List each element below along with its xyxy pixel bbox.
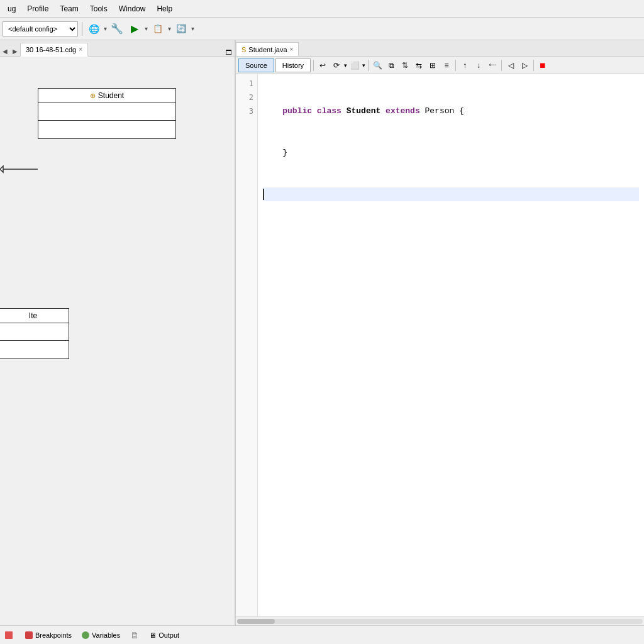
variables-label: Variables [92,631,120,639]
left-tab-bar: ◀ ▶ 30 16-48-51.cdg × 🗖 [0,40,235,57]
right-panel: S Student.java × Source History ↩ ⟳ ▾ ⬜ … [236,40,644,625]
status-variables[interactable]: Variables [82,631,120,639]
editor-sep-5 [533,60,534,71]
code-line-2: } [263,146,639,160]
main-toolbar: <default config> 🌐 ▾ 🔧 ▶ ▾ 📋 ▾ 🔄 ▾ [0,18,644,40]
line-number-2: 2 [236,91,253,104]
editor-sep-4 [501,60,502,71]
other-class-box[interactable]: Ite [0,308,69,359]
main-area: ◀ ▶ 30 16-48-51.cdg × 🗖 ⊕ Student [0,40,644,625]
toolbar-separator-1 [82,22,82,36]
line-numbers: 1 2 3 [236,74,258,616]
left-panel: ◀ ▶ 30 16-48-51.cdg × 🗖 ⊕ Student [0,40,236,625]
status-separator: 🗎 [130,630,139,640]
tab-nav-left[interactable]: ◀ [0,46,10,56]
student-class-header: ⊕ Student [38,89,175,103]
run-button[interactable]: ▶ [127,21,142,36]
breakpoints-label: Breakpoints [35,631,72,639]
svg-marker-1 [0,166,3,172]
other-attributes-section [0,323,69,341]
editor-nav-back-btn[interactable]: ◁ [504,59,517,72]
editor-hier-btn[interactable]: ⊞ [426,59,439,72]
editor-search-btn[interactable]: 🔍 [371,59,384,72]
scrollbar-thumb[interactable] [237,619,275,624]
other-class-name: Ite [29,311,37,320]
diagram-tab-label: 30 16-48-51.cdg [26,46,76,53]
output-icon: 🖥 [149,631,156,639]
menu-ug[interactable]: ug [3,3,21,14]
status-item-back[interactable] [5,631,15,639]
line-number-1: 1 [236,77,253,91]
status-breakpoints[interactable]: Breakpoints [25,631,72,639]
student-class-box[interactable]: ⊕ Student [38,88,176,139]
diagram-tab[interactable]: 30 16-48-51.cdg × [20,43,88,57]
toolbar-dot-3: ▾ [191,25,194,32]
menu-profile[interactable]: Profile [22,3,53,14]
menu-help[interactable]: Help [152,3,177,14]
editor-dropdown-1: ▾ [344,62,347,69]
code-line-1: public class Student extends Person { [263,104,639,118]
build-button[interactable]: 🔧 [109,21,125,36]
toolbar-btn-2[interactable]: 🔄 [174,21,189,36]
other-class-header: Ite [0,309,69,323]
editor-stop-btn[interactable]: ⏹ [536,59,549,72]
variables-icon [82,631,89,639]
code-content[interactable]: public class Student extends Person { } [258,74,644,616]
globe-button[interactable]: 🌐 [86,21,101,36]
editor-tab-icon: S [242,46,246,53]
editor-select-btn[interactable]: ⬜ [348,59,361,72]
student-attributes-section [38,103,175,121]
horizontal-scrollbar[interactable] [236,616,644,625]
status-output[interactable]: 🖥 Output [149,631,179,639]
line-number-3: 3 [236,104,253,118]
code-editor-area[interactable]: 1 2 3 public class Student extends Perso… [236,74,644,616]
editor-sep-2 [368,60,369,71]
editor-tab-label: Student.java [248,46,287,53]
toolbar-dot-2: ▾ [168,25,171,32]
back-icon [5,631,13,639]
editor-impl-btn[interactable]: ⇆ [413,59,425,72]
editor-ref-btn[interactable]: ⇅ [399,59,411,72]
scrollbar-track[interactable] [237,619,643,624]
output-label: Output [158,631,179,639]
student-methods-section [38,121,175,138]
menu-tools[interactable]: Tools [85,3,113,14]
code-line-3 [263,187,639,201]
editor-down-btn[interactable]: ↓ [472,59,485,72]
editor-tab-student[interactable]: S Student.java × [236,42,299,56]
editor-dropdown-2: ▾ [362,62,365,69]
editor-undo-btn[interactable]: ⟳ [330,59,343,72]
menu-window[interactable]: Window [114,3,151,14]
editor-nav-fwd-btn[interactable]: ▷ [518,59,531,72]
editor-outline-btn[interactable]: ≡ [440,59,453,72]
source-tab-button[interactable]: Source [238,58,274,72]
toolbar-btn-1[interactable]: 📋 [150,21,165,36]
student-class-name: Student [98,91,124,100]
menu-team[interactable]: Team [55,3,83,14]
editor-last-edit-btn[interactable]: ↩ [316,59,329,72]
status-bar: Breakpoints Variables 🗎 🖥 Output [0,625,644,644]
editor-prev-btn[interactable]: ⬸ [486,59,499,72]
editor-up-btn[interactable]: ↑ [458,59,471,72]
diagram-canvas[interactable]: ⊕ Student Ite [0,57,235,625]
editor-sep-1 [313,60,314,71]
class-icon: ⊕ [90,92,96,100]
toolbar-dot: ▾ [104,25,107,32]
editor-copy-btn[interactable]: ⧉ [385,59,397,72]
editor-sep-3 [455,60,456,71]
editor-tab-bar: S Student.java × [236,40,644,57]
history-tab-button[interactable]: History [275,58,311,72]
run-dropdown: ▾ [145,25,148,32]
config-select[interactable]: <default config> [3,21,78,36]
panel-restore-btn[interactable]: 🗖 [226,49,232,56]
diagram-tab-close[interactable]: × [79,47,82,53]
tab-nav-right[interactable]: ▶ [10,46,20,56]
editor-tab-close[interactable]: × [290,47,294,53]
menubar: ug Profile Team Tools Window Help [0,0,644,18]
other-methods-section [0,341,69,358]
breakpoints-icon [25,631,33,639]
editor-toolbar: Source History ↩ ⟳ ▾ ⬜ ▾ 🔍 ⧉ ⇅ ⇆ ⊞ ≡ ↑ ↓… [236,57,644,74]
